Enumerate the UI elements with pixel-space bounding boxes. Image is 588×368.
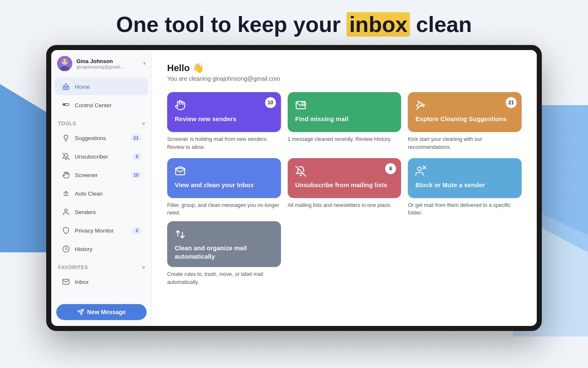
sidebar-unsubscriber-label: Unsubscriber — [75, 154, 108, 160]
unsubscriber-badge: 6 — [132, 153, 142, 160]
svg-line-18 — [296, 166, 306, 176]
chevron-down-icon: ▾ — [143, 61, 146, 66]
sidebar-suggestions-label: Suggestions — [75, 135, 106, 141]
card-find-missing-desc: 1 message cleaned recently. Review Histo… — [288, 135, 402, 143]
sidebar-inbox-label: Inbox — [75, 279, 89, 285]
sidebar-senders-label: Senders — [75, 209, 96, 215]
svg-rect-5 — [63, 87, 69, 90]
card-find-missing-box[interactable]: Find missing mail — [288, 92, 402, 132]
card-block-mute-desc: Or get mail from them delivered to a spe… — [408, 201, 522, 217]
card-unsubscribe[interactable]: 6 Unsubscribe from mailing lists — [288, 158, 402, 217]
user-profile[interactable]: Gina Johnson ginajohnsong@gmail.... ▾ — [51, 50, 152, 77]
svg-point-4 — [66, 60, 67, 62]
card-review-senders-badge: 10 — [265, 97, 276, 108]
avatar — [57, 56, 72, 71]
svg-line-8 — [63, 153, 70, 160]
home-icon — [61, 82, 71, 91]
svg-point-1 — [62, 59, 68, 65]
sparkle-broom-icon — [415, 100, 514, 111]
card-block-mute-title: Block or Mute a sender — [415, 181, 514, 189]
hello-header: Hello 👋 You are cleaning ginajohnsong@gm… — [167, 63, 522, 82]
title-part2: clean — [410, 12, 472, 37]
svg-point-7 — [63, 104, 65, 106]
user-slash-icon — [415, 166, 514, 177]
person-icon — [61, 207, 71, 217]
toggle-icon — [61, 101, 71, 110]
bell-slash-icon — [295, 166, 394, 177]
card-explore-desc: Kick start your cleaning with our recomm… — [408, 135, 522, 151]
card-unsubscribe-title: Unsubscribe from mailing lists — [295, 181, 394, 189]
device-inner: Gina Johnson ginajohnsong@gmail.... ▾ Ho… — [51, 50, 537, 326]
user-email: ginajohnsong@gmail.... — [76, 64, 143, 69]
sidebar-privacy-label: Privacy Monitor — [75, 228, 114, 234]
new-message-label: New Message — [87, 309, 126, 315]
sidebar-item-screener[interactable]: Screener 10 — [55, 167, 148, 183]
card-view-inbox-title: View and clean your Inbox — [175, 181, 273, 189]
sidebar-item-auto-clean[interactable]: Auto Clean — [55, 185, 148, 202]
card-view-inbox-box[interactable]: View and clean your Inbox — [167, 158, 281, 198]
sidebar-screener-label: Screener — [75, 172, 98, 178]
card-review-senders-desc: Screener is holding mail from new sender… — [167, 135, 281, 151]
sidebar-history-label: History — [75, 246, 92, 252]
card-explore-badge: 21 — [506, 97, 517, 108]
shield-icon — [61, 226, 71, 235]
sidebar-item-inbox[interactable]: Inbox — [55, 273, 148, 290]
card-unsubscribe-badge: 6 — [385, 163, 396, 174]
svg-point-9 — [65, 209, 67, 212]
hand-stop-icon — [175, 100, 273, 111]
page-header: One tool to keep your inbox clean — [0, 0, 588, 45]
new-message-button[interactable]: New Message — [56, 304, 147, 320]
mail-question-icon — [295, 100, 394, 111]
hello-subtitle: You are cleaning ginajohnsong@gmail.com — [167, 75, 522, 82]
svg-point-16 — [304, 105, 304, 106]
sidebar-item-suggestions[interactable]: Suggestions 21 — [55, 130, 148, 146]
bell-off-icon — [61, 152, 71, 161]
card-auto-clean[interactable]: Clean and organize mail automatically Cr… — [167, 221, 281, 286]
user-name: Gina Johnson — [76, 58, 143, 64]
card-review-senders[interactable]: 10 Review new senders Screener is holdin… — [167, 92, 281, 151]
sidebar-item-control-center[interactable]: Control Center — [55, 97, 148, 114]
sidebar-item-home[interactable]: Home — [55, 78, 148, 95]
envelope-open-icon — [175, 166, 273, 177]
favorites-chevron-icon[interactable]: ▾ — [142, 264, 145, 271]
screener-badge: 10 — [131, 172, 142, 178]
main-content: Hello 👋 You are cleaning ginajohnsong@gm… — [152, 50, 537, 326]
cards-grid-bottom: Clean and organize mail automatically Cr… — [167, 221, 522, 286]
card-explore-cleaning-box[interactable]: 21 Explore Cleaning Suggestions — [408, 92, 522, 132]
card-auto-clean-title: Clean and organize mail automatically — [175, 244, 273, 260]
device-frame: Gina Johnson ginajohnsong@gmail.... ▾ Ho… — [46, 45, 542, 331]
sidebar-auto-clean-label: Auto Clean — [75, 191, 103, 197]
card-auto-clean-desc: Create rules to, trash, move, or label m… — [167, 270, 281, 286]
card-view-inbox-desc: Filter, group, and clean messages you no… — [167, 201, 281, 217]
sidebar: Gina Johnson ginajohnsong@gmail.... ▾ Ho… — [51, 50, 152, 326]
card-block-mute[interactable]: Block or Mute a sender Or get mail from … — [408, 158, 522, 217]
hand-icon — [61, 170, 71, 180]
lightbulb-icon — [61, 133, 71, 143]
sidebar-item-unsubscriber[interactable]: Unsubscriber 6 — [55, 148, 148, 165]
svg-point-19 — [418, 167, 422, 171]
card-view-inbox[interactable]: View and clean your Inbox Filter, group,… — [167, 158, 281, 217]
tools-chevron-icon[interactable]: ▾ — [142, 120, 145, 127]
favorites-section-label: Favorites ▾ — [51, 258, 152, 273]
sidebar-item-privacy-monitor[interactable]: Privacy Monitor 2 — [55, 222, 148, 239]
arrows-clean-icon — [175, 229, 273, 240]
card-find-missing[interactable]: Find missing mail 1 message cleaned rece… — [288, 92, 402, 151]
sidebar-item-history[interactable]: History — [55, 241, 148, 257]
send-icon — [77, 309, 84, 315]
card-auto-clean-box[interactable]: Clean and organize mail automatically — [167, 221, 281, 267]
title-part1: One tool to keep your — [116, 12, 346, 37]
arrow-clean-icon — [61, 189, 71, 198]
card-unsubscribe-box[interactable]: 6 Unsubscribe from mailing lists — [288, 158, 402, 198]
envelope-icon — [61, 277, 71, 286]
user-info: Gina Johnson ginajohnsong@gmail.... — [76, 58, 143, 69]
card-block-mute-box[interactable]: Block or Mute a sender — [408, 158, 522, 198]
sidebar-item-control-center-label: Control Center — [75, 102, 112, 109]
sidebar-item-senders[interactable]: Senders — [55, 204, 148, 220]
title-highlight: inbox — [346, 12, 410, 37]
card-explore-cleaning[interactable]: 21 Explore Cleaning Suggestions Kick sta… — [408, 92, 522, 151]
cards-grid: 10 Review new senders Screener is holdin… — [167, 92, 522, 217]
sidebar-item-home-label: Home — [75, 84, 90, 90]
clock-icon — [61, 244, 71, 254]
card-review-senders-box[interactable]: 10 Review new senders — [167, 92, 281, 132]
suggestions-badge: 21 — [131, 135, 142, 141]
